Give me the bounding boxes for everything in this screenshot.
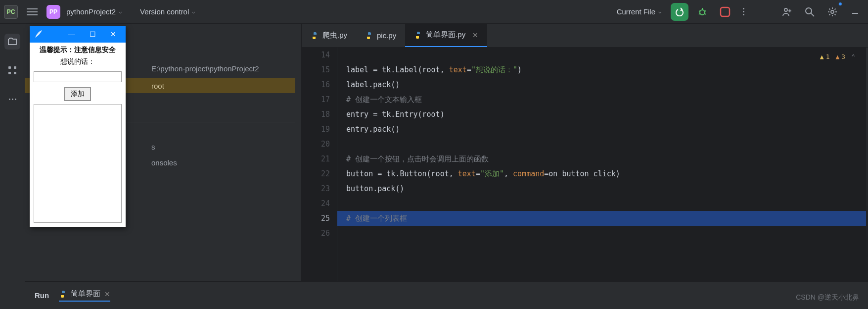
code-line[interactable]: # 创建一个按钮，点击时会调用上面的函数 xyxy=(346,152,868,166)
vcs-label: Version control xyxy=(140,7,189,16)
tk-minimize-button[interactable]: — xyxy=(61,26,82,43)
python-file-icon xyxy=(59,290,67,298)
code-line[interactable]: label.pack() xyxy=(346,77,868,92)
editor-tab[interactable]: 简单界面.py✕ xyxy=(405,24,487,47)
svg-rect-15 xyxy=(8,72,11,74)
project-name-label: pythonProject2 xyxy=(66,7,116,16)
more-actions-button[interactable] xyxy=(739,4,748,19)
main-area: E:\python-project\pythonProject2 root s … xyxy=(25,24,868,281)
tk-hint-label: 温馨提示：注意信息安全 xyxy=(34,46,122,54)
project-path: E:\python-project\pythonProject2 xyxy=(151,64,259,73)
tk-listbox[interactable] xyxy=(34,104,122,223)
pycharm-app-icon: PC xyxy=(4,5,18,19)
code-line[interactable]: # 创建一个列表框 xyxy=(337,211,868,226)
warning-count: 3 xyxy=(841,50,845,64)
svg-line-3 xyxy=(704,11,706,11)
inspections-widget[interactable]: ▲1 ▲3 ⌃ xyxy=(820,50,855,64)
project-toolwindow-button[interactable] xyxy=(4,34,20,50)
debug-button[interactable] xyxy=(693,3,711,21)
tk-close-button[interactable]: ✕ xyxy=(103,26,124,43)
tk-add-button[interactable]: 添加 xyxy=(64,87,91,101)
editor-tab[interactable]: 爬虫.py xyxy=(302,24,356,47)
editor-tabs: 爬虫.pypic.py简单界面.py✕ xyxy=(302,24,868,48)
code-area[interactable]: 14151617181920212223242526 label = tk.La… xyxy=(302,48,868,281)
code-lines[interactable]: label = tk.Label(root, text="想说的话：")labe… xyxy=(337,48,868,281)
code-line[interactable]: entry.pack() xyxy=(346,122,868,137)
watermark: CSDN @逆天小北鼻 xyxy=(796,293,859,302)
editor: 爬虫.pypic.py简单界面.py✕ 14151617181920212223… xyxy=(302,24,868,281)
code-line[interactable]: entry = tk.Entry(root) xyxy=(346,107,868,122)
weak-warning-icon: ▲ xyxy=(820,50,824,64)
svg-rect-16 xyxy=(14,66,16,69)
python-file-icon xyxy=(414,31,422,39)
code-line[interactable]: button.pack() xyxy=(346,181,868,196)
svg-point-12 xyxy=(831,10,834,13)
more-toolwindows-button[interactable] xyxy=(4,91,20,107)
chevron-down-icon: ⌵ xyxy=(192,8,195,15)
tkinter-app-window: — ☐ ✕ 温馨提示：注意信息安全 想说的话： 添加 xyxy=(30,26,126,227)
run-target-tab[interactable]: 简单界面 ✕ xyxy=(59,289,110,302)
tab-label: pic.py xyxy=(377,31,396,40)
bottom-toolbar: Run 简单界面 ✕ xyxy=(25,281,868,309)
code-line[interactable] xyxy=(346,196,868,211)
tk-titlebar[interactable]: — ☐ ✕ xyxy=(30,26,126,43)
search-button[interactable] xyxy=(801,3,819,21)
svg-point-10 xyxy=(806,8,812,14)
close-icon[interactable]: ✕ xyxy=(104,290,110,298)
tk-prompt-label: 想说的话： xyxy=(34,57,122,66)
code-with-me-button[interactable] xyxy=(778,3,796,21)
chevron-down-icon: ⌵ xyxy=(658,8,662,15)
code-line[interactable]: # 创建一个文本输入框 xyxy=(346,92,868,107)
project-tree-item[interactable]: onsoles xyxy=(151,158,177,167)
minimize-window-button[interactable] xyxy=(846,3,864,21)
project-selector[interactable]: pythonProject2 ⌵ xyxy=(66,7,122,16)
main-menu-button[interactable] xyxy=(24,5,41,18)
structure-toolwindow-button[interactable] xyxy=(4,62,20,78)
run-toolwindow-tab[interactable]: Run xyxy=(35,291,49,300)
python-file-icon xyxy=(365,32,373,40)
svg-rect-14 xyxy=(8,66,11,69)
svg-line-2 xyxy=(699,11,700,11)
gutter: 14151617181920212223242526 xyxy=(302,48,337,281)
svg-line-11 xyxy=(811,13,814,16)
project-tree-item[interactable]: s xyxy=(151,143,155,151)
weak-warning-count: 1 xyxy=(826,50,830,64)
run-config-label: Current File xyxy=(617,7,655,16)
stop-button[interactable] xyxy=(716,3,734,21)
warning-icon: ▲ xyxy=(836,50,840,64)
run-target-label: 简单界面 xyxy=(71,289,100,299)
code-line[interactable]: label = tk.Label(root, text="想说的话：") xyxy=(346,62,868,77)
run-config-selector[interactable]: Current File ⌵ xyxy=(617,7,662,16)
vcs-menu[interactable]: Version control ⌵ xyxy=(140,7,195,16)
inspection-expand-icon: ⌃ xyxy=(851,50,855,64)
code-line[interactable] xyxy=(346,137,868,152)
svg-rect-17 xyxy=(14,72,16,74)
error-stripe[interactable] xyxy=(866,48,868,281)
python-file-icon xyxy=(311,32,319,40)
tk-feather-icon xyxy=(34,29,44,39)
tk-maximize-button[interactable]: ☐ xyxy=(82,26,103,43)
code-line[interactable]: button = tk.Button(root, text="添加", comm… xyxy=(346,166,868,181)
top-toolbar: PC PP pythonProject2 ⌵ Version control ⌵… xyxy=(0,0,868,24)
close-icon[interactable]: ✕ xyxy=(472,31,478,39)
code-line[interactable] xyxy=(346,48,868,62)
svg-rect-6 xyxy=(721,7,730,16)
svg-point-0 xyxy=(700,10,705,15)
run-button[interactable] xyxy=(671,3,688,21)
tab-label: 爬虫.py xyxy=(322,31,347,40)
settings-button[interactable] xyxy=(823,3,841,21)
tab-label: 简单界面.py xyxy=(426,30,465,40)
run-label: Run xyxy=(35,291,49,300)
left-tool-strip xyxy=(0,24,25,309)
project-badge: PP xyxy=(46,5,60,19)
tk-entry-input[interactable] xyxy=(34,71,122,82)
notification-dot-icon xyxy=(838,2,842,6)
editor-tab[interactable]: pic.py xyxy=(356,24,405,47)
svg-point-7 xyxy=(784,8,787,11)
chevron-down-icon: ⌵ xyxy=(119,8,122,15)
